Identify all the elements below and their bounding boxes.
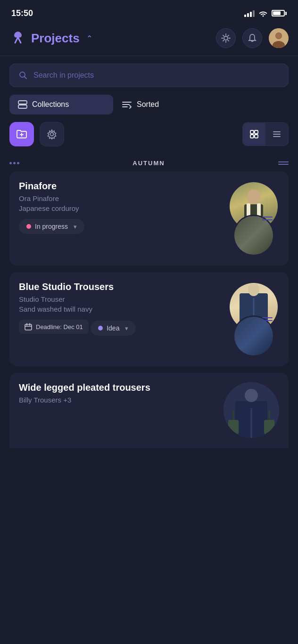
card-deadline: Deadline: Dec 01 bbox=[19, 320, 89, 334]
brightness-button[interactable] bbox=[216, 28, 236, 48]
status-icons bbox=[244, 9, 287, 17]
drag-handle[interactable] bbox=[262, 217, 273, 220]
gear-icon bbox=[47, 129, 57, 139]
list-view-button[interactable] bbox=[265, 123, 288, 145]
avatar[interactable] bbox=[269, 28, 289, 48]
svg-point-22 bbox=[50, 133, 54, 136]
section-menu-button[interactable] bbox=[278, 161, 289, 165]
drag-handle[interactable] bbox=[262, 317, 273, 321]
card-images bbox=[218, 382, 279, 439]
project-card-pinafore[interactable]: Pinafore Ora Pinafore Japanese corduroy … bbox=[9, 171, 289, 266]
svg-rect-16 bbox=[18, 105, 27, 108]
card-images bbox=[213, 282, 279, 357]
svg-line-7 bbox=[228, 35, 229, 36]
svg-rect-47 bbox=[264, 420, 274, 434]
deadline-label: Deadline: Dec 01 bbox=[36, 323, 83, 330]
section-header: AUTUMN bbox=[9, 154, 289, 171]
app-logo bbox=[9, 30, 26, 47]
app-title: Projects bbox=[31, 31, 80, 46]
collections-icon bbox=[18, 100, 27, 109]
svg-point-30 bbox=[247, 189, 260, 204]
status-time: 15:50 bbox=[11, 8, 33, 18]
svg-line-6 bbox=[228, 40, 229, 41]
status-label: Idea bbox=[107, 324, 119, 332]
battery-icon bbox=[272, 10, 287, 16]
svg-line-14 bbox=[25, 77, 27, 79]
card-material: Sand washed twill navy bbox=[19, 305, 206, 313]
search-container: Search in projects bbox=[0, 64, 298, 95]
svg-rect-23 bbox=[250, 130, 254, 134]
filter-collections-label: Collections bbox=[32, 100, 69, 109]
filter-collections-button[interactable]: Collections bbox=[9, 95, 113, 114]
filter-sorted-button[interactable]: Sorted bbox=[113, 95, 289, 114]
svg-point-0 bbox=[224, 36, 228, 40]
product-image-person bbox=[224, 382, 279, 438]
card-subtitle: Ora Pinafore bbox=[19, 194, 206, 202]
status-chevron-icon: ▾ bbox=[125, 325, 128, 332]
search-bar[interactable]: Search in projects bbox=[9, 64, 289, 87]
title-chevron-icon[interactable]: ⌃ bbox=[86, 34, 92, 43]
card-info: Pinafore Ora Pinafore Japanese corduroy … bbox=[19, 181, 213, 234]
autumn-section: AUTUMN Pinafore Ora Pinafore Japanese co… bbox=[0, 154, 298, 448]
card-subtitle: Studio Trouser bbox=[19, 295, 206, 303]
status-bar: 15:50 bbox=[0, 0, 298, 24]
calendar-icon bbox=[25, 323, 32, 330]
view-toggle bbox=[242, 122, 289, 146]
card-subtitle: Billy Trousers +3 bbox=[19, 396, 210, 404]
svg-rect-15 bbox=[18, 101, 27, 104]
header-right bbox=[216, 28, 289, 48]
add-folder-icon bbox=[16, 128, 28, 140]
card-status-button[interactable]: Idea ▾ bbox=[91, 321, 136, 336]
search-icon bbox=[18, 71, 28, 80]
status-label: In progress bbox=[35, 223, 68, 230]
project-card-wide-trousers[interactable]: Wide legged pleated trousers Billy Trous… bbox=[9, 373, 289, 448]
header-left: Projects ⌃ bbox=[9, 30, 92, 47]
search-placeholder: Search in projects bbox=[33, 71, 94, 80]
filter-bar: Collections Sorted bbox=[0, 95, 298, 122]
project-card-trousers[interactable]: Blue Studio Trousers Studio Trouser Sand… bbox=[9, 272, 289, 366]
card-info: Wide legged pleated trousers Billy Trous… bbox=[19, 382, 218, 406]
section-more-button[interactable] bbox=[9, 162, 19, 164]
card-info: Blue Studio Trousers Studio Trouser Sand… bbox=[19, 282, 213, 340]
card-title: Pinafore bbox=[19, 181, 206, 192]
header-divider bbox=[0, 56, 298, 56]
svg-rect-34 bbox=[25, 324, 32, 330]
svg-line-8 bbox=[223, 40, 224, 41]
card-material: Japanese corduroy bbox=[19, 204, 206, 212]
header: Projects ⌃ bbox=[0, 24, 298, 56]
status-chevron-icon: ▾ bbox=[74, 223, 77, 230]
sun-icon bbox=[221, 33, 231, 43]
section-title: AUTUMN bbox=[132, 160, 165, 167]
svg-rect-24 bbox=[255, 130, 258, 134]
action-left bbox=[9, 122, 64, 146]
product-image-fabric bbox=[233, 215, 274, 256]
svg-point-45 bbox=[245, 389, 258, 402]
action-bar bbox=[0, 122, 298, 154]
card-status-button[interactable]: In progress ▾ bbox=[19, 219, 84, 234]
card-images bbox=[213, 181, 279, 256]
wifi-icon bbox=[258, 9, 268, 17]
notifications-button[interactable] bbox=[242, 28, 262, 48]
card-title: Wide legged pleated trousers bbox=[19, 382, 210, 393]
product-image-fabric bbox=[233, 315, 274, 357]
avatar-image bbox=[269, 28, 289, 48]
wide-trousers-person-svg bbox=[224, 382, 279, 438]
svg-line-5 bbox=[223, 35, 224, 36]
card-title: Blue Studio Trousers bbox=[19, 282, 206, 292]
svg-rect-25 bbox=[250, 135, 254, 138]
signal-icon bbox=[244, 9, 255, 17]
svg-rect-46 bbox=[228, 420, 239, 434]
settings-button[interactable] bbox=[40, 122, 64, 146]
status-dot bbox=[26, 224, 31, 229]
list-icon bbox=[272, 129, 281, 139]
grid-view-button[interactable] bbox=[243, 123, 265, 145]
sort-icon bbox=[122, 100, 132, 109]
svg-point-12 bbox=[276, 33, 281, 39]
grid-icon bbox=[249, 129, 259, 139]
bell-icon bbox=[247, 33, 257, 43]
add-project-button[interactable] bbox=[9, 122, 34, 146]
svg-rect-26 bbox=[255, 135, 258, 138]
filter-sorted-label: Sorted bbox=[137, 100, 159, 109]
status-dot bbox=[98, 326, 103, 330]
